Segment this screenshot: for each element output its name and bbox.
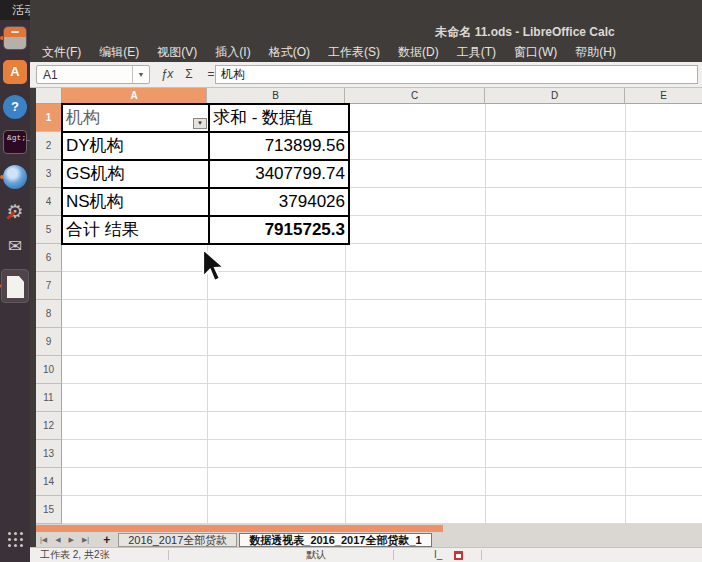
- mail-icon[interactable]: ✉: [3, 235, 27, 259]
- libreoffice-calc-window: 未命名 11.ods - LibreOffice Calc 文件(F) 编辑(E…: [30, 0, 702, 562]
- document-modified-icon[interactable]: [454, 551, 463, 560]
- row-header-10[interactable]: 10: [36, 356, 62, 384]
- menu-window[interactable]: 窗口(W): [505, 42, 566, 62]
- row-header-15[interactable]: 15: [36, 496, 62, 524]
- menu-sheet[interactable]: 工作表(S): [319, 42, 389, 62]
- row-header-12[interactable]: 12: [36, 412, 62, 440]
- sheet-tab-pivot-active[interactable]: 数据透视表_2016_2017全部贷款_1: [239, 533, 431, 547]
- sum-button[interactable]: Σ: [180, 65, 198, 84]
- pivot-total-value[interactable]: 7915725.3: [210, 217, 348, 243]
- column-header-c[interactable]: C: [345, 88, 485, 104]
- name-box-dropdown-icon[interactable]: ▼: [132, 66, 149, 83]
- pivot-total-label[interactable]: 合计 结果: [63, 217, 208, 243]
- row-header-7[interactable]: 7: [36, 272, 62, 300]
- horizontal-scrollbar[interactable]: [36, 524, 702, 533]
- menu-edit[interactable]: 编辑(E): [90, 42, 148, 62]
- row-header-3[interactable]: 3: [36, 160, 62, 188]
- pivot-table: 机构 ▼ 求和 - 数据值 DY机构 713899.56 GS机构 340779…: [61, 103, 350, 245]
- row-header-1[interactable]: 1: [36, 104, 62, 132]
- row-header-9[interactable]: 9: [36, 328, 62, 356]
- pivot-row-value[interactable]: 3794026: [210, 189, 348, 215]
- menu-format[interactable]: 格式(O): [260, 42, 319, 62]
- previous-sheet-icon[interactable]: ◀: [51, 533, 64, 547]
- statusbar-divider: [168, 550, 169, 560]
- gridline: [485, 104, 486, 524]
- formula-bar: A1 ▼ ƒx Σ = 机构: [30, 62, 702, 88]
- statusbar-divider: [481, 550, 482, 560]
- pivot-field-label: 机构: [66, 108, 100, 127]
- select-all-corner[interactable]: [36, 88, 62, 104]
- column-header-a[interactable]: A: [62, 88, 207, 104]
- menu-data[interactable]: 数据(D): [389, 42, 448, 62]
- menu-tools[interactable]: 工具(T): [448, 42, 505, 62]
- cell-reference: A1: [43, 67, 58, 83]
- pivot-row-value[interactable]: 713899.56: [210, 133, 348, 159]
- formula-input-line[interactable]: 机构: [215, 65, 698, 84]
- add-sheet-button[interactable]: +: [93, 533, 118, 547]
- pivot-row-label[interactable]: DY机构: [63, 133, 208, 159]
- column-header-e[interactable]: E: [625, 88, 702, 104]
- column-header-b[interactable]: B: [207, 88, 345, 104]
- row-headers: 1 2 3 4 5 6 7 8 9 10 11 12 13 14 15: [36, 104, 62, 524]
- pivot-row-label[interactable]: GS机构: [63, 161, 208, 187]
- row-header-13[interactable]: 13: [36, 440, 62, 468]
- help-icon[interactable]: ?: [3, 95, 27, 119]
- function-wizard-button[interactable]: ƒx: [158, 65, 176, 84]
- last-sheet-icon[interactable]: ▶|: [78, 533, 93, 547]
- sheet-count-status: 工作表 2, 共2张: [40, 548, 109, 562]
- unity-launcher: A ? &gt;_ ⚙ ✉: [0, 20, 30, 562]
- spreadsheet-grid: A B C D E 1 2 3 4 5 6 7 8 9 10 11 12 13 …: [30, 88, 702, 524]
- statusbar-divider: [393, 550, 394, 560]
- row-header-6[interactable]: 6: [36, 244, 62, 272]
- software-center-icon[interactable]: A: [3, 60, 27, 84]
- pivot-row-label[interactable]: NS机构: [63, 189, 208, 215]
- page-style-status[interactable]: 默认: [306, 548, 326, 562]
- row-header-2[interactable]: 2: [36, 132, 62, 160]
- status-bar: 工作表 2, 共2张 默认 I_: [30, 547, 702, 562]
- autofilter-dropdown-icon[interactable]: ▼: [193, 118, 207, 129]
- row-header-14[interactable]: 14: [36, 468, 62, 496]
- pivot-field-header-cell[interactable]: 机构 ▼: [63, 105, 208, 131]
- sheet-tab-bar: |◀ ◀ ▶ ▶| + 2016_2017全部贷款 数据透视表_2016_201…: [36, 533, 702, 547]
- libreoffice-document-icon: [7, 276, 24, 298]
- terminal-icon[interactable]: &gt;_: [3, 130, 27, 154]
- column-headers: A B C D E: [62, 88, 702, 104]
- sheet-tab-source[interactable]: 2016_2017全部贷款: [118, 533, 237, 547]
- window-title: 未命名 11.ods - LibreOffice Calc: [385, 24, 665, 41]
- horizontal-scrollbar-thumb[interactable]: [36, 525, 443, 532]
- name-box[interactable]: A1 ▼: [36, 65, 150, 84]
- row-header-8[interactable]: 8: [36, 300, 62, 328]
- settings-gear-icon[interactable]: ⚙: [3, 200, 27, 224]
- menu-file[interactable]: 文件(F): [33, 42, 90, 62]
- menu-help[interactable]: 帮助(H): [566, 42, 625, 62]
- menu-view[interactable]: 视图(V): [148, 42, 206, 62]
- mouse-cursor: [200, 247, 228, 285]
- pivot-row-value[interactable]: 3407799.74: [210, 161, 348, 187]
- row-header-11[interactable]: 11: [36, 384, 62, 412]
- next-sheet-icon[interactable]: ▶: [65, 533, 78, 547]
- gridline: [625, 104, 626, 524]
- files-icon[interactable]: [3, 26, 27, 50]
- first-sheet-icon[interactable]: |◀: [36, 533, 51, 547]
- menu-bar: 文件(F) 编辑(E) 视图(V) 插入(I) 格式(O) 工作表(S) 数据(…: [30, 42, 702, 62]
- browser-icon[interactable]: [3, 165, 27, 189]
- row-header-4[interactable]: 4: [36, 188, 62, 216]
- row-header-5[interactable]: 5: [36, 216, 62, 244]
- insert-mode-indicator[interactable]: I_: [434, 548, 442, 562]
- pivot-value-header-cell[interactable]: 求和 - 数据值: [210, 105, 348, 131]
- menu-insert[interactable]: 插入(I): [206, 42, 259, 62]
- libreoffice-launcher-item[interactable]: [1, 269, 29, 303]
- window-titlebar: 未命名 11.ods - LibreOffice Calc: [30, 20, 702, 42]
- column-header-d[interactable]: D: [485, 88, 625, 104]
- show-applications-icon[interactable]: [8, 532, 24, 548]
